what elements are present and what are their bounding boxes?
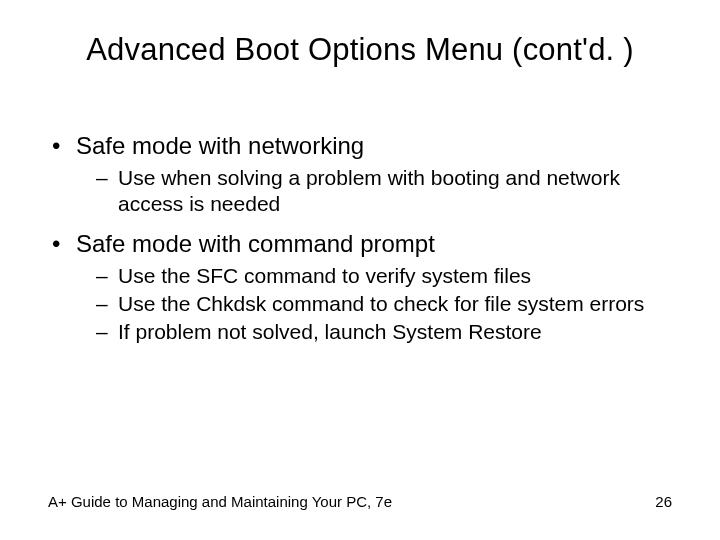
bullet-text: Safe mode with networking [76,132,364,159]
list-item: Use the SFC command to verify system fil… [96,263,672,289]
bullet-text: Safe mode with command prompt [76,230,435,257]
bullet-list: Safe mode with networking Use when solvi… [48,130,672,346]
sub-list: Use the SFC command to verify system fil… [76,263,672,346]
slide-title: Advanced Boot Options Menu (cont'd. ) [0,32,720,68]
list-item: Use when solving a problem with booting … [96,165,672,218]
list-item: Safe mode with networking Use when solvi… [48,130,672,218]
list-item: If problem not solved, launch System Res… [96,319,672,345]
list-item: Use the Chkdsk command to check for file… [96,291,672,317]
footer-text: A+ Guide to Managing and Maintaining You… [48,493,392,510]
page-number: 26 [655,493,672,510]
list-item: Safe mode with command prompt Use the SF… [48,228,672,346]
slide-content: Safe mode with networking Use when solvi… [48,130,672,356]
bullet-text: Use when solving a problem with booting … [118,166,620,215]
slide: Advanced Boot Options Menu (cont'd. ) Sa… [0,0,720,540]
bullet-text: If problem not solved, launch System Res… [118,320,542,343]
sub-list: Use when solving a problem with booting … [76,165,672,218]
bullet-text: Use the SFC command to verify system fil… [118,264,531,287]
bullet-text: Use the Chkdsk command to check for file… [118,292,644,315]
